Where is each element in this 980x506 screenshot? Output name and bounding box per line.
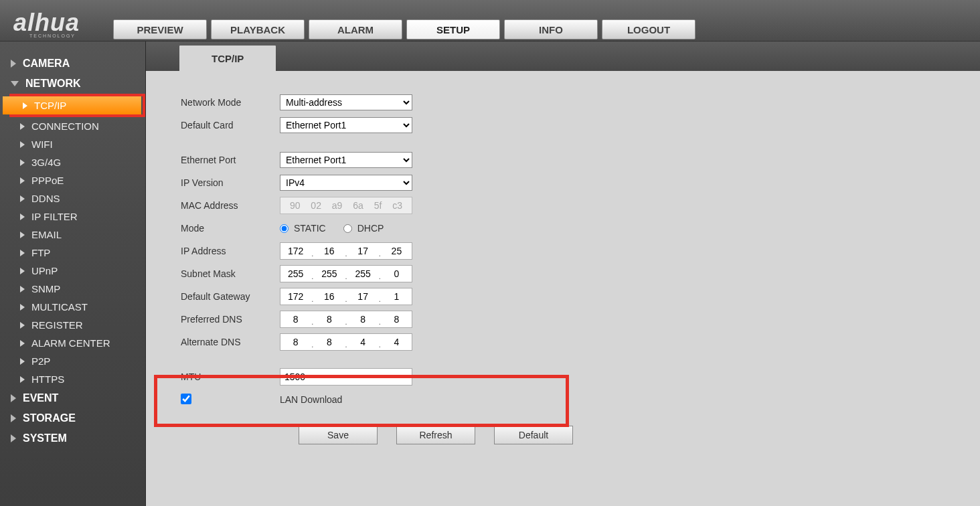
row-default-card: Default Card Ethernet Port1	[181, 114, 980, 137]
ip-octet[interactable]	[382, 246, 412, 256]
chevron-right-icon	[23, 102, 27, 109]
triangle-right-icon	[11, 434, 16, 442]
select-network-mode[interactable]: Multi-address	[280, 94, 412, 110]
select-default-card[interactable]: Ethernet Port1	[280, 117, 412, 133]
mac-octet: c3	[392, 200, 402, 211]
subnet-field[interactable]: . . .	[280, 265, 412, 282]
sidebar-item-email[interactable]: EMAIL	[16, 226, 145, 244]
ip-octet[interactable]	[280, 314, 311, 325]
ip-octet[interactable]	[280, 291, 311, 302]
mac-field: 90 02 a9 6a 5f c3	[280, 197, 412, 214]
chevron-right-icon	[20, 376, 25, 383]
sidebar-cat-system[interactable]: SYSTEM	[7, 428, 145, 448]
radio-static-label: STATIC	[294, 223, 326, 234]
sidebar-item-3g4g[interactable]: 3G/4G	[16, 153, 145, 171]
sidebar-item-p2p[interactable]: P2P	[16, 352, 145, 370]
ip-octet[interactable]	[314, 314, 344, 325]
mac-octet: 02	[311, 200, 321, 211]
ip-octet[interactable]	[382, 291, 412, 302]
nav-setup[interactable]: SETUP	[406, 19, 500, 39]
sidebar-cat-event[interactable]: EVENT	[7, 388, 145, 408]
sidebar-cat-storage[interactable]: STORAGE	[7, 408, 145, 428]
sidebar-item-label: SNMP	[31, 283, 60, 294]
triangle-right-icon	[11, 60, 16, 68]
nav-info[interactable]: INFO	[504, 19, 598, 39]
label-mtu: MTU	[181, 371, 280, 382]
triangle-right-icon	[11, 394, 16, 402]
ip-octet[interactable]	[314, 246, 344, 256]
ip-octet[interactable]	[348, 291, 378, 302]
row-gateway: Default Gateway . . .	[181, 285, 980, 308]
row-mode: Mode STATIC DHCP	[181, 217, 980, 240]
label-ip-version: IP Version	[181, 177, 280, 188]
sidebar-item-label: IP FILTER	[31, 211, 78, 222]
default-button[interactable]: Default	[494, 426, 573, 444]
ip-octet[interactable]	[314, 268, 344, 279]
sidebar-item-ipfilter[interactable]: IP FILTER	[16, 207, 145, 226]
brand-name: alhua	[13, 9, 80, 36]
ip-octet[interactable]	[348, 268, 378, 279]
sidebar-cat-label: CAMERA	[23, 58, 70, 70]
nav-logout[interactable]: LOGOUT	[602, 19, 696, 39]
sidebar-item-wifi[interactable]: WIFI	[16, 135, 145, 153]
chevron-right-icon	[20, 268, 25, 274]
ip-octet[interactable]	[382, 337, 412, 347]
refresh-button[interactable]: Refresh	[396, 426, 475, 444]
row-mtu: MTU	[181, 365, 980, 388]
mtu-input[interactable]	[280, 368, 412, 386]
sidebar-item-snmp[interactable]: SNMP	[16, 280, 145, 298]
sidebar-cat-network[interactable]: NETWORK	[7, 74, 145, 94]
sidebar-item-label: FTP	[31, 247, 50, 258]
sidebar-item-tcpip[interactable]: TCP/IP	[3, 96, 141, 114]
select-ethernet-port[interactable]: Ethernet Port1	[280, 152, 412, 168]
adns-field[interactable]: . . .	[280, 333, 412, 351]
ip-octet[interactable]	[382, 314, 412, 325]
tab-tcpip[interactable]: TCP/IP	[179, 46, 276, 71]
gateway-field[interactable]: . . .	[280, 288, 412, 305]
ip-octet[interactable]	[348, 246, 378, 256]
ip-octet[interactable]	[280, 268, 311, 279]
chevron-right-icon	[20, 358, 25, 365]
label-ethernet-port: Ethernet Port	[181, 155, 280, 165]
sidebar-item-ddns[interactable]: DDNS	[16, 189, 145, 207]
label-pdns: Preferred DNS	[181, 314, 280, 325]
sidebar-cat-label: EVENT	[23, 392, 58, 404]
sidebar-cat-label: SYSTEM	[23, 432, 67, 444]
sidebar-network-sub: TCP/IP CONNECTION WIFI 3G/4G PPPoE DDNS …	[7, 94, 145, 388]
ip-octet[interactable]	[382, 268, 412, 279]
sidebar-item-ftp[interactable]: FTP	[16, 244, 145, 262]
chevron-right-icon	[20, 286, 25, 292]
nav-preview[interactable]: PREVIEW	[113, 19, 207, 39]
ip-octet[interactable]	[348, 314, 378, 325]
pdns-field[interactable]: . . .	[280, 311, 412, 328]
ip-octet[interactable]	[314, 291, 344, 302]
sidebar-item-pppoe[interactable]: PPPoE	[16, 171, 145, 189]
ip-octet[interactable]	[348, 337, 378, 347]
ip-octet[interactable]	[314, 337, 344, 347]
sidebar-item-alarmcenter[interactable]: ALARM CENTER	[16, 334, 145, 352]
row-adns: Alternate DNS . . .	[181, 331, 980, 353]
ip-octet[interactable]	[280, 246, 311, 256]
sidebar-item-connection[interactable]: CONNECTION	[16, 117, 145, 135]
chevron-right-icon	[20, 304, 25, 311]
ip-octet[interactable]	[280, 337, 311, 347]
ip-field[interactable]: . . .	[280, 242, 412, 260]
label-lan: LAN Download	[280, 394, 342, 405]
save-button[interactable]: Save	[299, 426, 378, 444]
nav-alarm[interactable]: ALARM	[309, 19, 402, 39]
sidebar-item-register[interactable]: REGISTER	[16, 316, 145, 334]
sidebar-item-upnp[interactable]: UPnP	[16, 262, 145, 280]
row-network-mode: Network Mode Multi-address	[181, 91, 980, 114]
chevron-right-icon	[20, 214, 25, 220]
label-default-card: Default Card	[181, 120, 280, 131]
lan-download-checkbox[interactable]	[181, 394, 191, 404]
mac-octet: 5f	[374, 200, 382, 211]
select-ip-version[interactable]: IPv4	[280, 175, 412, 191]
sidebar-item-https[interactable]: HTTPS	[16, 370, 145, 388]
nav-playback[interactable]: PLAYBACK	[211, 19, 305, 39]
radio-static[interactable]	[280, 224, 289, 233]
sidebar-item-multicast[interactable]: MULTICAST	[16, 298, 145, 316]
sidebar-item-label: HTTPS	[31, 373, 64, 385]
radio-dhcp[interactable]	[343, 224, 352, 233]
sidebar-cat-camera[interactable]: CAMERA	[7, 54, 145, 74]
